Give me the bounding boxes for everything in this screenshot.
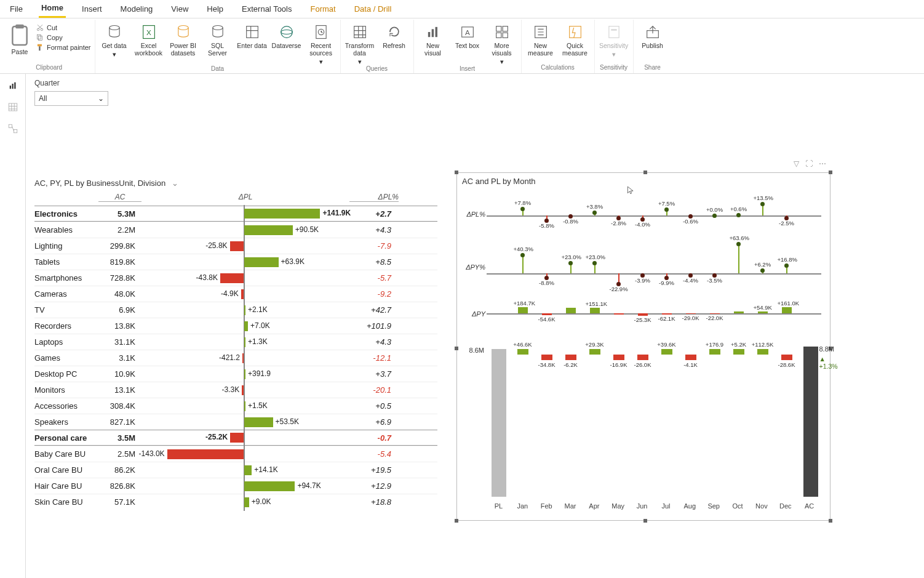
table-row[interactable]: Accessories308.4K+1.5K+0.5 bbox=[34, 398, 437, 414]
resize-handle[interactable] bbox=[643, 519, 647, 523]
format-painter-button[interactable]: Format painter bbox=[36, 43, 91, 52]
row-name: Personal care bbox=[34, 433, 96, 443]
refresh-button[interactable]: Refresh bbox=[379, 23, 410, 49]
text-box-button[interactable]: AText box bbox=[452, 23, 483, 49]
table-row[interactable]: Monitors13.1K-3.3K-20.1 bbox=[34, 382, 437, 398]
dataverse-button[interactable]: Dataverse bbox=[271, 23, 302, 49]
recent-sources-button[interactable]: Recent sources▾ bbox=[306, 23, 337, 65]
table-row[interactable]: Lighting299.8K-25.8K-7.9 bbox=[34, 238, 437, 254]
slicer-value: All bbox=[39, 94, 47, 103]
resize-handle[interactable] bbox=[643, 171, 647, 174]
transform-data-button[interactable]: Transform data▾ bbox=[345, 23, 375, 65]
resize-handle[interactable] bbox=[455, 171, 458, 174]
svg-rect-20 bbox=[431, 29, 434, 37]
svg-point-12 bbox=[212, 26, 222, 30]
row-dplp: -0.7 bbox=[342, 433, 391, 443]
month-chart-body: ΔPL% ΔPY% ΔPY +7.8%-5.8%-0.8%+3.8%-2.8%-… bbox=[457, 190, 830, 510]
row-ac: 31.1K bbox=[96, 337, 139, 347]
pbi-datasets-button[interactable]: Power BI datasets bbox=[168, 23, 199, 57]
month-visual[interactable]: ▽ ⛶ ⋯ AC and PL by Month ΔPL% ΔPY% ΔPY +… bbox=[456, 172, 830, 521]
menu-external-tools[interactable]: External Tools bbox=[239, 2, 294, 16]
row-ac: 6.9K bbox=[96, 305, 139, 315]
table-row[interactable]: Skin Care BU57.1K+9.0K+18.8 bbox=[34, 494, 437, 510]
group-label-clipboard: Clipboard bbox=[36, 64, 62, 72]
model-view-button[interactable] bbox=[7, 123, 18, 136]
chevron-down-icon[interactable]: ⌄ bbox=[172, 179, 178, 188]
enter-data-icon bbox=[244, 23, 261, 41]
month-axis-label: Apr bbox=[582, 502, 606, 510]
menu-data-drill[interactable]: Data / Drill bbox=[352, 2, 394, 16]
model-view-icon bbox=[7, 123, 18, 134]
enter-data-button[interactable]: Enter data bbox=[237, 23, 268, 49]
refresh-icon bbox=[386, 23, 403, 41]
sql-server-button[interactable]: SQL Server bbox=[202, 23, 233, 57]
table-row[interactable]: Speakers827.1K+53.5K+6.9 bbox=[34, 414, 437, 430]
ribbon-group-insert: New visual AText box More visuals▾ Inser… bbox=[414, 20, 522, 73]
row-name: Monitors bbox=[34, 385, 96, 395]
table-row[interactable]: Games3.1K-421.2-12.1 bbox=[34, 350, 437, 366]
menu-insert[interactable]: Insert bbox=[79, 2, 105, 16]
resize-handle[interactable] bbox=[829, 171, 832, 174]
paste-button[interactable]: Paste bbox=[7, 23, 32, 55]
data-view-button[interactable] bbox=[7, 102, 18, 114]
table-row[interactable]: Tablets819.8K+63.9K+8.5 bbox=[34, 254, 437, 270]
table-row[interactable]: Oral Care BU86.2K+14.1K+19.5 bbox=[34, 462, 437, 478]
table-row[interactable]: Personal care3.5M-25.2K-0.7 bbox=[34, 430, 437, 446]
table-row[interactable]: Recorders13.8K+7.0K+101.9 bbox=[34, 318, 437, 334]
more-options-icon[interactable]: ⋯ bbox=[819, 159, 826, 168]
table-row[interactable]: Desktop PC10.9K+391.9+3.7 bbox=[34, 366, 437, 382]
row-name: Desktop PC bbox=[34, 369, 96, 379]
table-row[interactable]: Laptops31.1K+1.3K+4.3 bbox=[34, 334, 437, 350]
excel-workbook-button[interactable]: XExcel workbook bbox=[133, 23, 164, 57]
menu-view[interactable]: View bbox=[169, 2, 191, 16]
row-name: Recorders bbox=[34, 321, 96, 331]
row-bar: -25.8K bbox=[139, 239, 342, 253]
table-row[interactable]: Smartphones728.8K-43.8K-5.7 bbox=[34, 270, 437, 286]
get-data-button[interactable]: Get data▾ bbox=[99, 23, 130, 58]
copy-button[interactable]: Copy bbox=[36, 33, 63, 42]
cut-button[interactable]: Cut bbox=[36, 23, 57, 32]
row-bar: -421.2 bbox=[139, 351, 342, 365]
more-visuals-button[interactable]: More visuals▾ bbox=[487, 23, 517, 65]
row-bar: +1.3K bbox=[139, 335, 342, 349]
resize-handle[interactable] bbox=[829, 519, 832, 523]
table-row[interactable]: Wearables2.2M+90.5K+4.3 bbox=[34, 222, 437, 238]
svg-rect-37 bbox=[9, 124, 12, 127]
table-row[interactable]: Electronics5.3M+141.9K+2.7 bbox=[34, 206, 437, 222]
filter-icon[interactable]: ▽ bbox=[794, 159, 799, 168]
bu-division-visual[interactable]: AC, PY, PL by BusinessUnit, Division ⌄ A… bbox=[34, 179, 437, 510]
row-name: Hair Care BU bbox=[34, 481, 96, 491]
menu-help[interactable]: Help bbox=[204, 2, 226, 16]
group-label-data: Data bbox=[211, 65, 224, 73]
menu-modeling[interactable]: Modeling bbox=[118, 2, 156, 16]
group-label-share: Share bbox=[644, 64, 661, 72]
month-axis-label: May bbox=[606, 502, 630, 510]
new-visual-button[interactable]: New visual bbox=[418, 23, 448, 57]
svg-rect-18 bbox=[354, 26, 365, 38]
month-axis-label: Jul bbox=[654, 502, 678, 510]
right-visual-title: AC and PL by Month bbox=[457, 173, 830, 190]
menu-file[interactable]: File bbox=[7, 2, 25, 16]
table-row[interactable]: Baby Care BU2.5M-143.0K-5.4 bbox=[34, 446, 437, 462]
report-canvas[interactable]: Quarter All ⌄ AC, PY, PL by BusinessUnit… bbox=[26, 74, 924, 578]
row-ac: 728.8K bbox=[96, 273, 139, 283]
month-axis-label: Oct bbox=[726, 502, 750, 510]
quick-measure-button[interactable]: Quick measure bbox=[560, 23, 591, 57]
sensitivity-button[interactable]: Sensitivity▾ bbox=[599, 23, 629, 58]
publish-button[interactable]: Publish bbox=[637, 23, 668, 49]
table-row[interactable]: TV6.9K+2.1K+42.7 bbox=[34, 302, 437, 318]
table-row[interactable]: Cameras48.0K-4.9K-9.2 bbox=[34, 286, 437, 302]
row-dplp: +3.7 bbox=[342, 369, 391, 379]
table-row[interactable]: Hair Care BU826.8K+94.7K+12.9 bbox=[34, 478, 437, 494]
new-measure-button[interactable]: New measure bbox=[525, 23, 556, 57]
header-dpl: ΔPL bbox=[144, 193, 347, 202]
menu-home[interactable]: Home bbox=[39, 1, 66, 18]
focus-mode-icon[interactable]: ⛶ bbox=[805, 159, 813, 168]
month-axis-label: Feb bbox=[535, 502, 559, 510]
slicer-dropdown[interactable]: All ⌄ bbox=[34, 91, 108, 106]
resize-handle[interactable] bbox=[455, 519, 458, 523]
menu-format[interactable]: Format bbox=[308, 2, 338, 16]
report-view-button[interactable] bbox=[7, 80, 18, 93]
svg-rect-38 bbox=[14, 130, 17, 133]
excel-icon: X bbox=[140, 23, 157, 41]
